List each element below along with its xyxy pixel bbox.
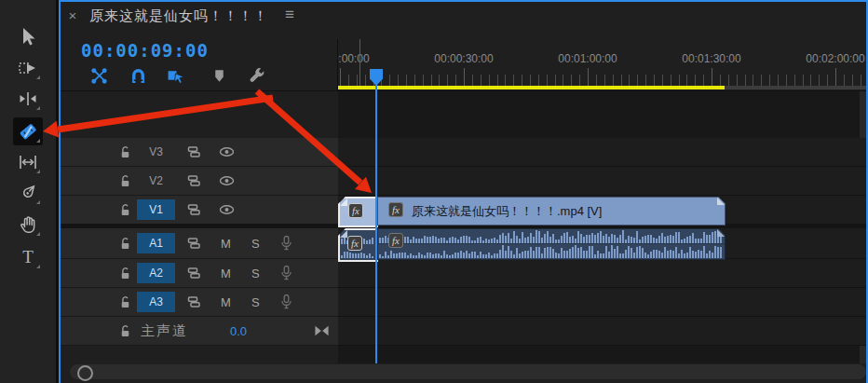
playhead-timecode[interactable]: 00:00:09:00 <box>81 40 209 61</box>
work-area-bar-rest <box>725 86 866 89</box>
solo-button[interactable]: S <box>251 267 260 280</box>
snap-toggle-button[interactable] <box>128 65 148 86</box>
pan-bowtie-icon[interactable] <box>314 324 330 337</box>
lock-icon[interactable] <box>118 202 132 217</box>
lock-icon[interactable] <box>118 323 132 338</box>
work-area-bar[interactable] <box>338 86 725 89</box>
ruler-label: 00:00:00:00 <box>338 52 370 65</box>
ruler-label: 00:01:30:00 <box>682 52 740 65</box>
ripple-edit-tool-button[interactable] <box>13 85 43 113</box>
mute-button[interactable]: M <box>221 295 231 309</box>
snap-magnet-icon <box>129 67 147 85</box>
track-select-forward-tool-button[interactable] <box>13 54 43 82</box>
scrollbar-zoom-handle[interactable] <box>77 365 93 381</box>
fx-badge[interactable]: fx <box>347 236 362 251</box>
sync-lock-icon[interactable] <box>186 266 202 280</box>
toggle-track-output-eye-icon[interactable] <box>219 203 235 216</box>
panel-menu-icon[interactable]: ≡ <box>285 6 294 24</box>
premiere-timeline-panel: T × 原来这就是仙女吗！！！！ ≡ 00:00:09:00 <box>0 0 868 383</box>
time-ruler[interactable]: 00:00:00:00 00:00:30:00 00:01:00:00 00:0… <box>338 39 866 90</box>
voiceover-mic-icon[interactable] <box>280 294 292 310</box>
ruler-label: 00:02:00:00 <box>806 52 864 65</box>
fx-badge[interactable]: fx <box>388 202 403 217</box>
timeline-settings-button[interactable] <box>247 65 267 86</box>
lock-icon[interactable] <box>118 144 132 159</box>
horizontal-scrollbar[interactable] <box>70 364 866 379</box>
waveform <box>378 244 725 258</box>
slip-tool-button[interactable] <box>13 148 43 176</box>
audio-clip-fragment-selected[interactable]: fx <box>338 228 378 262</box>
linked-selection-button[interactable] <box>166 65 186 86</box>
flyout-triangle <box>36 200 40 204</box>
wrench-icon <box>248 66 266 85</box>
pen-tool-button[interactable] <box>13 179 43 207</box>
add-marker-button[interactable] <box>209 65 229 86</box>
track-name-v2[interactable]: V2 <box>137 171 175 191</box>
ruler-label: 00:01:00:00 <box>558 52 617 65</box>
sync-lock-icon[interactable] <box>186 144 202 159</box>
track-name-v3[interactable]: V3 <box>137 142 175 162</box>
sequence-tab-title[interactable]: 原来这就是仙女吗！！！！ <box>89 7 268 25</box>
voiceover-mic-icon[interactable] <box>280 266 292 281</box>
track-header-v3: V3 <box>61 138 338 167</box>
mute-button[interactable]: M <box>221 267 231 280</box>
lock-icon[interactable] <box>118 173 132 188</box>
audio-clip[interactable]: fx <box>377 228 726 260</box>
video-clip[interactable]: fx 原来这就是仙女吗！！！！.mp4 [V] <box>377 197 726 226</box>
clip-title: 原来这就是仙女吗！！！！.mp4 [V] <box>412 203 602 220</box>
nest-toggle-icon <box>90 67 108 85</box>
sync-lock-icon[interactable] <box>186 202 202 217</box>
lane-master[interactable] <box>338 317 866 346</box>
playhead-line[interactable] <box>375 84 377 363</box>
panel-focus-border-left <box>59 0 61 383</box>
track-header-a2: A2 M S <box>61 259 338 288</box>
razor-tool-button[interactable] <box>13 117 43 145</box>
sync-lock-icon[interactable] <box>186 173 202 188</box>
fx-badge[interactable]: fx <box>388 233 403 248</box>
track-header-a1: A1 M S <box>61 228 338 259</box>
fx-badge[interactable]: fx <box>348 203 363 218</box>
toggle-track-output-eye-icon[interactable] <box>219 145 235 158</box>
lock-icon[interactable] <box>118 236 132 251</box>
selection-tool-button[interactable] <box>13 23 43 51</box>
voiceover-mic-icon[interactable] <box>280 236 292 252</box>
hand-tool-button[interactable] <box>13 211 43 239</box>
nest-toggle-button[interactable] <box>88 65 109 86</box>
track-name-a2[interactable]: A2 <box>137 263 175 283</box>
video-clip-fragment-selected[interactable]: fx <box>338 197 378 227</box>
track-name-v1[interactable]: V1 <box>137 199 175 220</box>
solo-button[interactable]: S <box>251 237 260 251</box>
flyout-triangle <box>36 170 40 173</box>
track-name-a3[interactable]: A3 <box>137 292 175 312</box>
lock-icon[interactable] <box>118 266 132 280</box>
track-header-v1: V1 <box>61 196 338 225</box>
toggle-track-output-eye-icon[interactable] <box>219 174 235 187</box>
lane-a2[interactable] <box>338 259 866 288</box>
flyout-triangle <box>36 106 40 110</box>
svg-text:T: T <box>22 247 34 267</box>
flyout-triangle <box>36 232 40 236</box>
selection-arrow-icon <box>17 26 39 48</box>
solo-button[interactable]: S <box>251 295 260 309</box>
panel-focus-border-top <box>59 0 868 2</box>
lock-icon[interactable] <box>118 294 132 309</box>
tab-close-button[interactable]: × <box>65 7 80 24</box>
mute-button[interactable]: M <box>221 237 231 251</box>
add-marker-icon <box>211 68 227 84</box>
track-name-a1[interactable]: A1 <box>137 233 175 253</box>
master-volume-value[interactable]: 0.0 <box>230 324 247 338</box>
lane-v2[interactable] <box>338 167 866 196</box>
master-track-label: 主声道 <box>141 322 188 340</box>
sync-lock-icon[interactable] <box>186 294 202 309</box>
track-header-v2: V2 <box>61 167 338 196</box>
lane-a3[interactable] <box>338 288 866 317</box>
sync-lock-icon[interactable] <box>186 236 202 251</box>
ruler-grid-line <box>359 39 360 86</box>
flyout-triangle <box>36 75 40 79</box>
track-header-a3: A3 M S <box>61 288 338 317</box>
linked-selection-icon <box>167 67 185 85</box>
type-tool-button[interactable]: T <box>13 243 43 271</box>
waveform <box>378 229 725 243</box>
track-header-master: 主声道 0.0 <box>61 317 338 346</box>
lane-v3[interactable] <box>338 138 866 167</box>
